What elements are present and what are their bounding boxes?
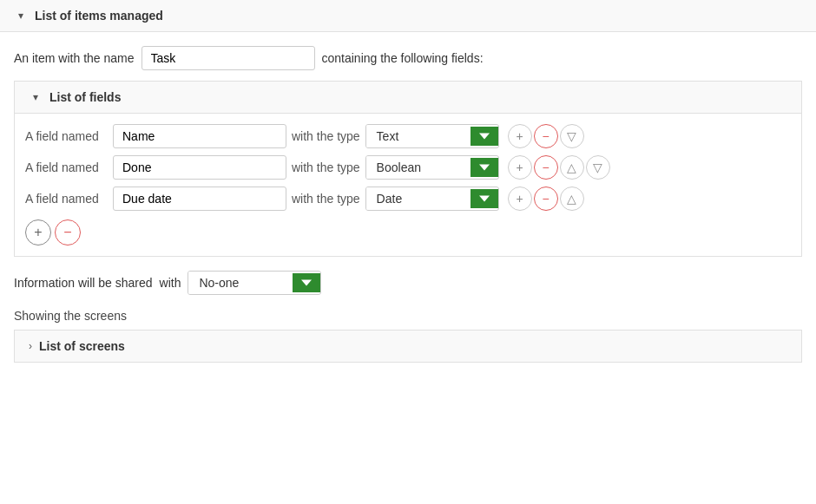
remove-field-button[interactable]: − xyxy=(55,219,81,245)
add-remove-row: + − xyxy=(25,219,791,245)
type-dropdown-1: Boolean xyxy=(365,155,499,180)
remove-field-btn-2[interactable]: − xyxy=(534,187,558,211)
item-name-row: An item with the name containing the fol… xyxy=(14,46,802,70)
field-label-1: A field named xyxy=(25,160,108,174)
fields-collapse-icon: ▾ xyxy=(29,90,43,104)
add-field-btn-1[interactable]: + xyxy=(508,155,532,180)
list-items-managed-body: An item with the name containing the fol… xyxy=(0,32,816,376)
type-dropdown-btn-0[interactable] xyxy=(471,127,498,146)
share-label-before: Information will be shared xyxy=(14,276,153,290)
field-row-2: A field named with the type Date + − △ xyxy=(25,187,791,211)
type-value-1: Boolean xyxy=(366,156,471,179)
type-dropdown-0: Text xyxy=(365,124,499,148)
type-dropdown-btn-2[interactable] xyxy=(471,189,498,208)
field-name-input-1[interactable] xyxy=(113,155,286,180)
type-dropdown-2: Date xyxy=(365,187,499,211)
share-row: Information will be shared with No-one xyxy=(14,271,802,295)
screens-section-title: List of screens xyxy=(39,339,125,353)
fields-section-header[interactable]: ▾ List of fields xyxy=(15,82,801,114)
fields-body: A field named with the type Text + − ▽ xyxy=(15,114,801,256)
collapse-icon: ▾ xyxy=(14,9,28,23)
type-label-2: with the type xyxy=(292,192,360,206)
item-name-after-label: containing the following fields: xyxy=(322,51,484,65)
field-name-input-0[interactable] xyxy=(113,124,286,148)
move-down-btn-0[interactable]: ▽ xyxy=(560,124,584,148)
type-label-0: with the type xyxy=(292,129,360,143)
move-down-btn-1[interactable]: ▽ xyxy=(586,155,610,180)
field-label-2: A field named xyxy=(25,192,108,206)
row-controls-0: + − ▽ xyxy=(508,124,584,148)
remove-field-btn-1[interactable]: − xyxy=(534,155,558,180)
add-field-button[interactable]: + xyxy=(25,219,51,245)
type-value-2: Date xyxy=(366,187,471,210)
share-dropdown: No-one xyxy=(188,271,321,295)
screens-expand-icon: › xyxy=(29,340,32,352)
share-dropdown-value: No-one xyxy=(188,272,293,294)
list-items-managed-title: List of items managed xyxy=(35,9,163,23)
type-dropdown-btn-1[interactable] xyxy=(471,158,498,177)
fields-section-title: List of fields xyxy=(49,90,121,104)
move-up-btn-2[interactable]: △ xyxy=(560,187,584,211)
field-row-1: A field named with the type Boolean + − … xyxy=(25,155,791,180)
move-up-btn-1[interactable]: △ xyxy=(560,155,584,180)
list-items-managed-header[interactable]: ▾ List of items managed xyxy=(0,0,816,32)
row-controls-1: + − △ ▽ xyxy=(508,155,610,180)
type-label-1: with the type xyxy=(292,160,360,174)
field-name-input-2[interactable] xyxy=(113,187,286,211)
screens-section-header[interactable]: › List of screens xyxy=(15,331,801,362)
screens-section: › List of screens xyxy=(14,330,802,363)
field-label-0: A field named xyxy=(25,129,108,143)
remove-field-btn-0[interactable]: − xyxy=(534,124,558,148)
row-controls-2: + − △ xyxy=(508,187,584,211)
share-dropdown-btn[interactable] xyxy=(293,273,320,292)
page: ▾ List of items managed An item with the… xyxy=(0,0,816,504)
type-value-0: Text xyxy=(366,125,471,147)
fields-section: ▾ List of fields A field named with the … xyxy=(14,81,802,257)
add-field-btn-0[interactable]: + xyxy=(508,124,532,148)
add-field-btn-2[interactable]: + xyxy=(508,187,532,211)
share-label-with: with xyxy=(160,276,181,290)
showing-screens-label: Showing the screens xyxy=(14,309,802,323)
item-name-before-label: An item with the name xyxy=(14,51,135,65)
field-row-0: A field named with the type Text + − ▽ xyxy=(25,124,791,148)
item-name-input[interactable] xyxy=(141,46,315,70)
